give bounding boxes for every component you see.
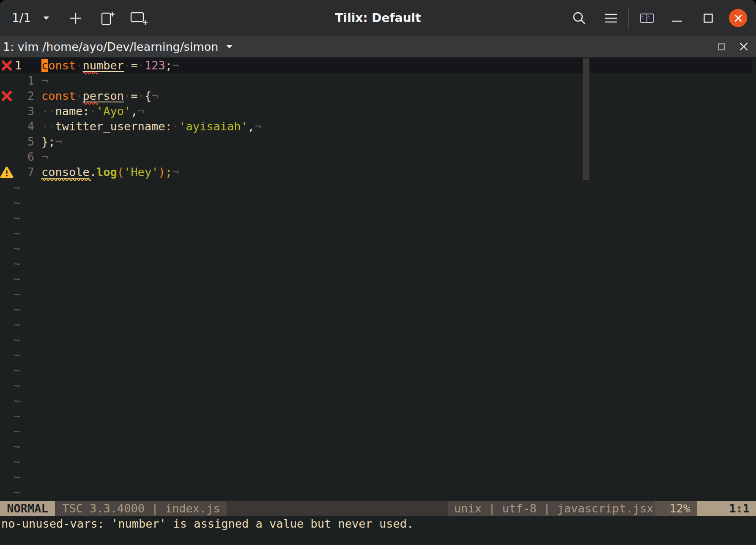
advanced-paste-icon[interactable]	[640, 14, 654, 23]
sign-column	[0, 104, 14, 119]
tilde-marker: ~	[14, 484, 20, 500]
tilde-marker: ~	[14, 347, 20, 363]
tilde-marker: ~	[14, 286, 20, 302]
tilde-marker: ~	[14, 363, 20, 378]
empty-buffer-line: ~	[0, 241, 756, 256]
terminal-scrollbar[interactable]	[583, 58, 589, 180]
tilde-marker: ~	[14, 256, 20, 271]
terminal-tab-title[interactable]: 1: vim /home/ayo/Dev/learning/simon	[3, 40, 218, 53]
line-number: 5	[14, 134, 34, 149]
code-line: 1const·number·=·123;¬	[0, 58, 752, 73]
empty-buffer-line: ~	[0, 484, 756, 500]
empty-buffer-line: ~	[0, 378, 756, 393]
empty-buffer-line: ~	[0, 286, 756, 302]
close-button[interactable]	[729, 9, 747, 27]
statusline-file-info: TSC 3.3.4000 | index.js	[55, 501, 227, 516]
empty-buffer-line: ~	[0, 271, 756, 286]
tilde-marker: ~	[14, 439, 20, 454]
squiggle-underline	[41, 177, 92, 182]
close-terminal-icon[interactable]	[739, 42, 748, 51]
statusline-position: 1:1	[697, 501, 756, 516]
empty-buffer-line: ~	[0, 363, 756, 378]
squiggle-underline	[83, 101, 99, 105]
code-text: const·number·=·123;¬	[41, 58, 179, 73]
tilde-marker: ~	[14, 271, 20, 286]
minimize-icon[interactable]	[671, 12, 683, 24]
titlebar-separator	[628, 8, 629, 28]
search-icon[interactable]	[572, 11, 587, 26]
tilde-marker: ~	[14, 210, 20, 226]
empty-buffer-line: ~	[0, 195, 756, 210]
line-number: 4	[14, 119, 34, 134]
code-line: 5};¬	[0, 134, 756, 149]
squiggle-underline	[83, 71, 99, 75]
tilde-marker: ~	[14, 226, 20, 241]
code-line: 3··name:·'Ayo',¬	[0, 104, 756, 119]
empty-buffer-line: ~	[0, 226, 756, 241]
add-terminal-down-icon[interactable]	[129, 11, 148, 26]
tilde-marker: ~	[14, 332, 20, 347]
line-number: 3	[14, 104, 34, 119]
terminal-content: 1const·number·=·123;¬1¬2const·person·=·{…	[0, 57, 756, 545]
sign-column	[0, 73, 14, 88]
add-terminal-right-icon[interactable]	[100, 10, 115, 27]
tilde-marker: ~	[14, 195, 20, 210]
sign-column	[0, 134, 14, 149]
empty-buffer-line: ~	[0, 469, 756, 484]
sign-column	[0, 119, 14, 134]
vim-statusline: NORMAL TSC 3.3.4000 | index.js unix | ut…	[0, 501, 756, 516]
code-text: ¬	[41, 73, 48, 88]
code-text: ¬	[41, 149, 48, 165]
code-line: 1¬	[0, 73, 756, 88]
error-sign-icon	[0, 90, 13, 102]
tilde-marker: ~	[14, 424, 20, 439]
code-line: 7console.log('Hey');¬	[0, 165, 756, 180]
empty-buffer-line: ~	[0, 393, 756, 408]
new-session-icon[interactable]	[68, 11, 83, 25]
tilde-marker: ~	[14, 180, 20, 195]
sign-column	[0, 88, 14, 104]
empty-buffer-line: ~	[0, 317, 756, 332]
window-titlebar: 1/1 Tilix: Default	[0, 0, 756, 36]
tilix-window: 1/1 Tilix: Default 1: vim /home/ayo/Dev/…	[0, 0, 756, 545]
empty-buffer-line: ~	[0, 302, 756, 317]
menu-icon[interactable]	[604, 11, 618, 25]
tilde-marker: ~	[14, 393, 20, 408]
vim-message-line: no-unused-vars: 'number' is assigned a v…	[1, 516, 414, 531]
empty-buffer-line: ~	[0, 332, 756, 347]
maximize-icon[interactable]	[703, 13, 713, 23]
empty-buffer-line: ~	[0, 256, 756, 271]
empty-buffer-line: ~	[0, 454, 756, 469]
tilde-marker: ~	[14, 408, 20, 424]
session-dropdown-icon[interactable]	[43, 16, 50, 20]
empty-buffer-line: ~	[0, 408, 756, 424]
empty-buffer-line: ~	[0, 424, 756, 439]
code-line: 2const·person·=·{¬	[0, 88, 756, 104]
warning-sign-icon	[0, 166, 14, 179]
tilde-marker: ~	[14, 302, 20, 317]
code-text: const·person·=·{¬	[41, 88, 158, 104]
close-icon	[734, 14, 743, 23]
empty-buffer-line: ~	[0, 210, 756, 226]
tilde-marker: ~	[14, 241, 20, 256]
code-text: ··name:·'Ayo',¬	[41, 104, 145, 119]
sign-column	[0, 58, 14, 73]
line-number: 6	[14, 149, 34, 165]
sign-column	[0, 165, 14, 180]
empty-buffer-line: ~	[0, 347, 756, 363]
maximize-terminal-icon[interactable]	[718, 43, 725, 50]
statusline-fill	[227, 501, 448, 516]
line-number: 1	[14, 73, 34, 88]
tilde-marker: ~	[14, 378, 20, 393]
line-number: 2	[14, 88, 34, 104]
sign-column	[0, 149, 14, 165]
statusline-percent: 12%	[655, 501, 697, 516]
code-text: };¬	[41, 134, 62, 149]
error-sign-icon	[0, 59, 13, 72]
statusline-encoding: unix | utf-8 | javascript.jsx	[448, 501, 655, 516]
session-counter[interactable]: 1/1	[12, 11, 31, 25]
tilde-marker: ~	[14, 469, 20, 484]
tab-dropdown-icon[interactable]	[226, 44, 233, 49]
code-line: 6¬	[0, 149, 756, 165]
code-line: 4··twitter_username:·'ayisaiah',¬	[0, 119, 756, 134]
